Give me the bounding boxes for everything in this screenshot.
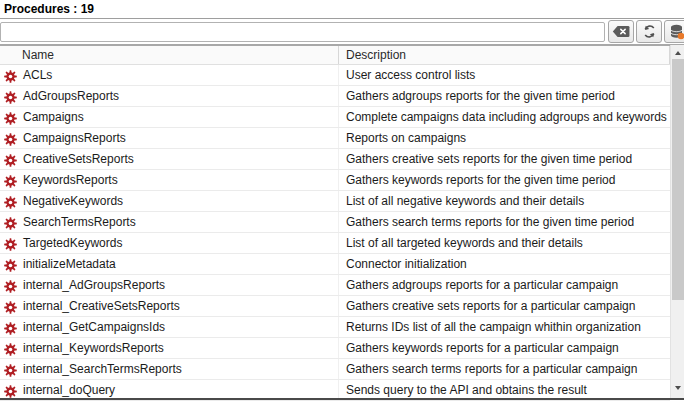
procedure-name: internal_SearchTermsReports [23, 359, 182, 379]
procedure-name-cell: TargetedKeywords [0, 233, 339, 253]
gear-icon [4, 237, 17, 250]
procedure-name: internal_KeywordsReports [23, 338, 164, 358]
procedure-description: Sends query to the API and obtains the r… [339, 380, 670, 400]
gear-icon [4, 216, 17, 229]
procedure-name-cell: internal_AdGroupsReports [0, 275, 339, 295]
procedure-description: List of all negative keywords and their … [339, 191, 670, 211]
procedure-description: Gathers adgroups reports for a particula… [339, 275, 670, 295]
procedure-description: Gathers creative sets reports for a part… [339, 296, 670, 316]
gear-icon [4, 321, 17, 334]
table-row[interactable]: AdGroupsReportsGathers adgroups reports … [0, 86, 670, 107]
procedure-name-cell: NegativeKeywords [0, 191, 339, 211]
clear-search-button[interactable] [608, 20, 634, 43]
page-title: Procedures : 19 [4, 2, 94, 16]
gear-icon [4, 363, 17, 376]
gear-icon [4, 111, 17, 124]
scrollbar-thumb[interactable] [672, 59, 684, 300]
procedure-name-cell: Campaigns [0, 107, 339, 127]
procedure-name-cell: internal_KeywordsReports [0, 338, 339, 358]
table-row[interactable]: SearchTermsReportsGathers search terms r… [0, 212, 670, 233]
window-bottom-edge [0, 398, 684, 400]
procedure-description: Gathers search terms reports for a parti… [339, 359, 670, 379]
refresh-icon [642, 24, 657, 39]
procedure-name: Campaigns [23, 107, 84, 127]
procedure-name-cell: initializeMetadata [0, 254, 339, 274]
procedure-name: internal_CreativeSetsReports [23, 296, 180, 316]
procedure-description: List of all targeted keywords and their … [339, 233, 670, 253]
procedure-name: NegativeKeywords [23, 191, 123, 211]
procedure-description: Gathers search terms reports for the giv… [339, 212, 670, 232]
procedure-name: TargetedKeywords [23, 233, 122, 253]
gear-icon [4, 132, 17, 145]
procedure-description: Gathers creative sets reports for the gi… [339, 149, 670, 169]
table-row[interactable]: KeywordsReportsGathers keywords reports … [0, 170, 670, 191]
procedure-name: CampaignsReports [23, 128, 126, 148]
database-button[interactable] [664, 20, 684, 43]
refresh-button[interactable] [636, 20, 662, 43]
gear-icon [4, 384, 17, 397]
table-body: ACLsUser access control listsAdGroupsRep… [0, 65, 670, 401]
procedure-description: Gathers keywords reports for a particula… [339, 338, 670, 358]
procedure-description: User access control lists [339, 65, 670, 85]
procedure-description: Complete campaigns data including adgrou… [339, 107, 670, 127]
gear-icon [4, 69, 17, 82]
gear-icon [4, 153, 17, 166]
procedure-name-cell: KeywordsReports [0, 170, 339, 190]
table-row[interactable]: internal_SearchTermsReportsGathers searc… [0, 359, 670, 380]
scroll-up-icon[interactable] [671, 47, 684, 59]
table-row[interactable]: internal_KeywordsReportsGathers keywords… [0, 338, 670, 359]
table-row[interactable]: internal_AdGroupsReportsGathers adgroups… [0, 275, 670, 296]
procedure-name-cell: CreativeSetsReports [0, 149, 339, 169]
procedure-name: internal_doQuery [23, 380, 115, 400]
table-row[interactable]: TargetedKeywordsList of all targeted key… [0, 233, 670, 254]
procedure-name-cell: SearchTermsReports [0, 212, 339, 232]
toolbar [0, 19, 684, 46]
gear-icon [4, 195, 17, 208]
backspace-clear-icon [612, 25, 630, 38]
procedure-name: CreativeSetsReports [23, 149, 134, 169]
gear-icon [4, 258, 17, 271]
procedure-description: Returns IDs list of all the campaign whi… [339, 317, 670, 337]
procedure-name: internal_AdGroupsReports [23, 275, 165, 295]
procedure-description: Gathers adgroups reports for the given t… [339, 86, 670, 106]
gear-icon [4, 342, 17, 355]
gear-icon [4, 279, 17, 292]
procedure-name: internal_GetCampaignsIds [23, 317, 165, 337]
procedures-table: Name Description ACLsUser access control… [0, 46, 670, 401]
procedure-name-cell: internal_GetCampaignsIds [0, 317, 339, 337]
table-header-row: Name Description [0, 46, 670, 65]
procedure-description: Gathers keywords reports for the given t… [339, 170, 670, 190]
database-icon [669, 24, 684, 40]
table-row[interactable]: CreativeSetsReportsGathers creative sets… [0, 149, 670, 170]
table-row[interactable]: initializeMetadataConnector initializati… [0, 254, 670, 275]
procedure-name: ACLs [23, 65, 52, 85]
gear-icon [4, 300, 17, 313]
column-header-name[interactable]: Name [0, 46, 339, 64]
procedure-name: AdGroupsReports [23, 86, 119, 106]
scroll-down-icon[interactable] [671, 382, 684, 394]
search-input[interactable] [0, 22, 605, 42]
procedure-name: SearchTermsReports [23, 212, 136, 232]
table-row[interactable]: CampaignsComplete campaigns data includi… [0, 107, 670, 128]
gear-icon [4, 174, 17, 187]
table-row[interactable]: NegativeKeywordsList of all negative key… [0, 191, 670, 212]
procedures-panel: Procedures : 19 [0, 0, 684, 402]
vertical-scrollbar[interactable] [670, 45, 684, 400]
procedure-name-cell: internal_doQuery [0, 380, 339, 400]
procedure-name: initializeMetadata [23, 254, 116, 274]
gear-icon [4, 90, 17, 103]
procedure-description: Connector initialization [339, 254, 670, 274]
panel-header: Procedures : 19 [0, 0, 684, 19]
table-row[interactable]: CampaignsReportsReports on campaigns [0, 128, 670, 149]
procedure-name-cell: AdGroupsReports [0, 86, 339, 106]
procedure-name-cell: ACLs [0, 65, 339, 85]
table-row[interactable]: ACLsUser access control lists [0, 65, 670, 86]
table-row[interactable]: internal_GetCampaignsIdsReturns IDs list… [0, 317, 670, 338]
procedure-name-cell: internal_SearchTermsReports [0, 359, 339, 379]
column-header-description[interactable]: Description [339, 46, 670, 64]
procedure-description: Reports on campaigns [339, 128, 670, 148]
procedure-name: KeywordsReports [23, 170, 118, 190]
procedure-name-cell: internal_CreativeSetsReports [0, 296, 339, 316]
table-row[interactable]: internal_CreativeSetsReportsGathers crea… [0, 296, 670, 317]
procedure-name-cell: CampaignsReports [0, 128, 339, 148]
